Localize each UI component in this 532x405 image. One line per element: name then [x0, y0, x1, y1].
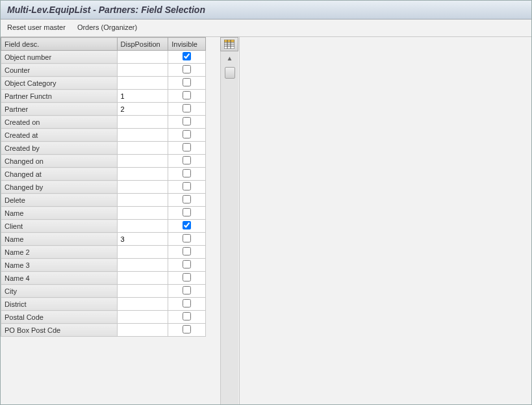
invisible-checkbox[interactable]: [183, 247, 191, 255]
table-row[interactable]: PO Box Post Cde: [1, 324, 206, 337]
field-desc-cell[interactable]: District: [1, 298, 118, 311]
invisible-checkbox[interactable]: [183, 156, 191, 164]
invisible-checkbox[interactable]: [183, 260, 191, 268]
field-desc-cell[interactable]: Name 4: [1, 272, 118, 285]
table-row[interactable]: Created on: [1, 116, 206, 129]
configure-columns-button[interactable]: [220, 37, 238, 51]
orders-organizer-button[interactable]: Orders (Organizer): [77, 23, 137, 31]
field-desc-cell[interactable]: Client: [1, 220, 118, 233]
invisible-cell: [168, 311, 206, 324]
col-header-desc[interactable]: Field desc.: [1, 38, 118, 51]
disp-position-input[interactable]: [121, 118, 165, 126]
table-row[interactable]: Partner: [1, 103, 206, 116]
disp-position-input[interactable]: [121, 144, 165, 152]
disp-position-input[interactable]: [121, 170, 165, 178]
invisible-checkbox[interactable]: [183, 78, 191, 86]
disp-position-input[interactable]: [121, 105, 165, 113]
reset-user-master-button[interactable]: Reset user master: [7, 23, 66, 31]
invisible-checkbox[interactable]: [183, 221, 191, 229]
table-row[interactable]: Changed at: [1, 168, 206, 181]
table-row[interactable]: Counter: [1, 64, 206, 77]
disp-position-input[interactable]: [121, 79, 165, 87]
invisible-checkbox[interactable]: [183, 65, 191, 73]
vertical-scrollbar[interactable]: ▲ ▼: [220, 51, 238, 405]
table-row[interactable]: Name 4: [1, 272, 206, 285]
invisible-checkbox[interactable]: [183, 273, 191, 281]
field-desc-cell[interactable]: City: [1, 285, 118, 298]
table-row[interactable]: Changed by: [1, 181, 206, 194]
table-row[interactable]: Name 2: [1, 246, 206, 259]
field-desc-cell[interactable]: Name: [1, 233, 118, 246]
disp-position-input[interactable]: [121, 274, 165, 282]
table-row[interactable]: District: [1, 298, 206, 311]
disp-position-input[interactable]: [121, 157, 165, 165]
table-row[interactable]: City: [1, 285, 206, 298]
disp-position-input[interactable]: [121, 196, 165, 204]
invisible-checkbox[interactable]: [183, 91, 191, 99]
invisible-checkbox[interactable]: [183, 195, 191, 203]
disp-position-input[interactable]: [121, 183, 165, 191]
table-row[interactable]: Partner Functn: [1, 90, 206, 103]
invisible-cell: [168, 181, 206, 194]
field-desc-cell[interactable]: Object number: [1, 51, 118, 64]
invisible-checkbox[interactable]: [183, 325, 191, 333]
field-desc-cell[interactable]: PO Box Post Cde: [1, 324, 118, 337]
field-desc-cell[interactable]: Created by: [1, 142, 118, 155]
disp-position-input[interactable]: [121, 222, 165, 230]
table-row[interactable]: Changed on: [1, 155, 206, 168]
disp-position-input[interactable]: [121, 53, 165, 61]
table-row[interactable]: Delete: [1, 194, 206, 207]
invisible-checkbox[interactable]: [183, 299, 191, 307]
disp-position-input[interactable]: [121, 248, 165, 256]
invisible-checkbox[interactable]: [183, 104, 191, 112]
field-desc-cell[interactable]: Name 2: [1, 246, 118, 259]
table-row[interactable]: Object Category: [1, 77, 206, 90]
table-row[interactable]: Name 3: [1, 259, 206, 272]
invisible-checkbox[interactable]: [183, 208, 191, 216]
field-desc-cell[interactable]: Name 3: [1, 259, 118, 272]
table-row[interactable]: Postal Code: [1, 311, 206, 324]
disp-position-input[interactable]: [121, 313, 165, 321]
field-desc-cell[interactable]: Created on: [1, 116, 118, 129]
disp-position-input[interactable]: [121, 92, 165, 100]
invisible-checkbox[interactable]: [183, 52, 191, 60]
col-header-pos[interactable]: DispPosition: [117, 38, 168, 51]
invisible-checkbox[interactable]: [183, 182, 191, 190]
field-desc-cell[interactable]: Changed by: [1, 181, 118, 194]
field-desc-cell[interactable]: Partner Functn: [1, 90, 118, 103]
invisible-checkbox[interactable]: [183, 143, 191, 151]
invisible-checkbox[interactable]: [183, 312, 191, 320]
table-row[interactable]: Created at: [1, 129, 206, 142]
vscroll-thumb[interactable]: [225, 67, 235, 79]
table-row[interactable]: Object number: [1, 51, 206, 64]
disp-position-input[interactable]: [121, 261, 165, 269]
disp-position-input[interactable]: [121, 209, 165, 217]
scroll-up-icon[interactable]: ▲: [225, 53, 234, 62]
invisible-checkbox[interactable]: [183, 286, 191, 294]
col-header-inv[interactable]: Invisible: [168, 38, 206, 51]
field-desc-cell[interactable]: Postal Code: [1, 311, 118, 324]
field-desc-cell[interactable]: Changed on: [1, 155, 118, 168]
invisible-checkbox[interactable]: [183, 130, 191, 138]
disp-position-input[interactable]: [121, 326, 165, 334]
field-desc-cell[interactable]: Changed at: [1, 168, 118, 181]
table-row[interactable]: Name: [1, 233, 206, 246]
table-row[interactable]: Created by: [1, 142, 206, 155]
invisible-cell: [168, 168, 206, 181]
invisible-checkbox[interactable]: [183, 117, 191, 125]
disp-position-input[interactable]: [121, 131, 165, 139]
invisible-checkbox[interactable]: [183, 169, 191, 177]
table-row[interactable]: Name: [1, 207, 206, 220]
invisible-checkbox[interactable]: [183, 234, 191, 242]
disp-position-input[interactable]: [121, 300, 165, 308]
table-row[interactable]: Client: [1, 220, 206, 233]
field-desc-cell[interactable]: Partner: [1, 103, 118, 116]
field-desc-cell[interactable]: Delete: [1, 194, 118, 207]
field-desc-cell[interactable]: Created at: [1, 129, 118, 142]
field-desc-cell[interactable]: Name: [1, 207, 118, 220]
disp-position-input[interactable]: [121, 66, 165, 74]
field-desc-cell[interactable]: Counter: [1, 64, 118, 77]
field-desc-cell[interactable]: Object Category: [1, 77, 118, 90]
disp-position-input[interactable]: [121, 287, 165, 295]
disp-position-input[interactable]: [121, 235, 165, 243]
